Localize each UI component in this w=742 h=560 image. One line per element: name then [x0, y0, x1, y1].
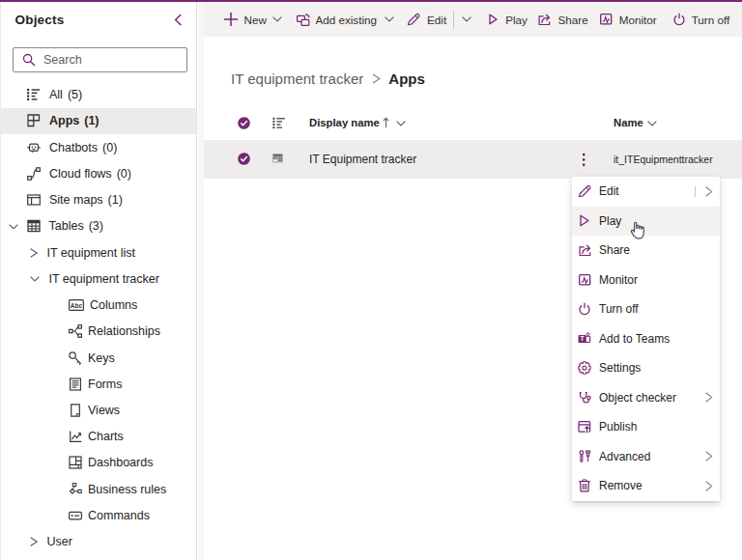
svg-text:Abc: Abc	[71, 302, 83, 309]
